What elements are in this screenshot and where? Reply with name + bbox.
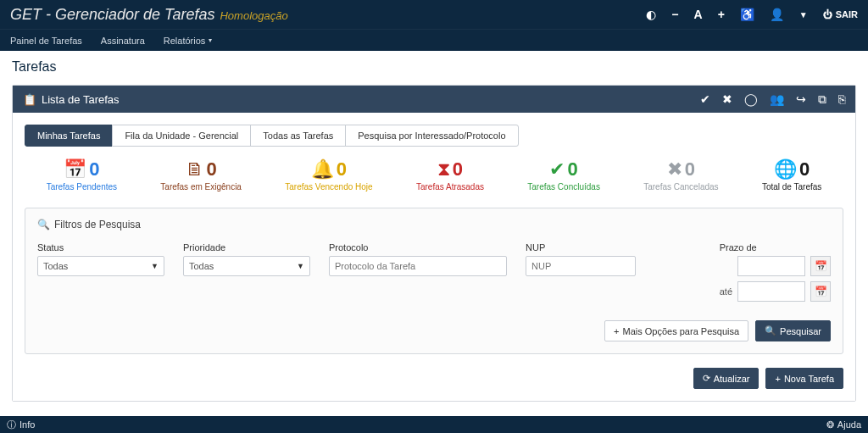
stat-concluidas-count: 0 [567, 158, 577, 180]
prioridade-label: Prioridade [183, 242, 310, 253]
prioridade-select[interactable]: Todas ▼ [183, 256, 310, 276]
stat-canceladas[interactable]: ✖0 Tarefas Canceladas [643, 158, 718, 192]
tab-pesquisa[interactable]: Pesquisa por Interessado/Protocolo [345, 125, 518, 147]
nav-painel-label: Painel de Tarefas [10, 36, 82, 46]
nav-assinatura[interactable]: Assinatura [101, 36, 145, 46]
nup-input[interactable] [526, 256, 636, 276]
chevron-down-icon: ▾ [209, 36, 212, 44]
panel-header: 📋 Lista de Tarefas ✔ ✖ ◯ 👥 ↪ ⧉ ⎘ [13, 86, 855, 113]
list-icon: 📋 [23, 93, 36, 106]
status-select[interactable]: Todas ▼ [37, 256, 164, 276]
stat-canceladas-count: 0 [685, 158, 695, 180]
pesquisar-label: Pesquisar [780, 326, 821, 336]
status-value: Todas [43, 261, 68, 271]
refresh-icon: ⟳ [703, 373, 710, 384]
ajuda-label: Ajuda [837, 419, 861, 430]
navbar: Painel de Tarefas Assinatura Relatórios … [0, 29, 868, 51]
file-icon: 🗎 [186, 158, 204, 180]
stat-total-label: Total de Tarefas [762, 182, 821, 192]
tab-todas-tarefas[interactable]: Todas as Tarefas [250, 125, 346, 147]
stat-atrasadas[interactable]: ⧗0 Tarefas Atrasadas [416, 158, 484, 192]
stat-vencendo[interactable]: 🔔0 Tarefas Vencendo Hoje [285, 158, 372, 192]
filters-panel: 🔍 Filtros de Pesquisa Status Todas ▼ Pri… [25, 208, 843, 354]
prazo-ate-calendar-button[interactable]: 📅 [810, 281, 831, 302]
task-list-panel: 📋 Lista de Tarefas ✔ ✖ ◯ 👥 ↪ ⧉ ⎘ Minhas … [12, 85, 856, 402]
nav-relatorios[interactable]: Relatórios ▾ [164, 36, 213, 46]
stat-total-count: 0 [799, 158, 810, 180]
search-small-icon: 🔍 [37, 219, 50, 230]
stats-row: 📅0 Tarefas Pendentes 🗎0 Tarefas em Exigê… [25, 158, 843, 192]
search-icon: 🔍 [765, 325, 776, 336]
font-decrease-icon[interactable]: − [671, 8, 678, 21]
prazo-ate-input[interactable] [737, 281, 805, 302]
nav-relatorios-label: Relatórios [164, 36, 206, 46]
calendar-icon: 📅 [815, 286, 827, 297]
panel-header-title: Lista de Tarefas [42, 93, 120, 106]
help-icon: ❂ [826, 419, 834, 430]
nav-painel-tarefas[interactable]: Painel de Tarefas [10, 36, 82, 46]
tab-minhas-label: Minhas Tarefas [37, 130, 100, 141]
task-view-tabs: Minhas Tarefas Fila da Unidade - Gerenci… [25, 125, 843, 147]
info-link[interactable]: ⓘ Info [7, 419, 35, 431]
stat-exigencia-count: 0 [207, 158, 217, 180]
stat-canceladas-label: Tarefas Canceladas [643, 182, 718, 192]
info-icon: ⓘ [7, 419, 16, 431]
stat-vencendo-count: 0 [337, 158, 347, 180]
logout-label: SAIR [836, 9, 858, 19]
x-bold-icon: ✖ [667, 158, 682, 180]
logout-button[interactable]: ⏻ SAIR [823, 9, 858, 19]
stat-atrasadas-count: 0 [453, 158, 463, 180]
tab-fila-unidade[interactable]: Fila da Unidade - Gerencial [112, 125, 251, 147]
user-menu-caret-icon[interactable]: ▼ [799, 10, 808, 19]
nup-label: NUP [526, 242, 636, 253]
mais-opcoes-button[interactable]: + Mais Opções para Pesquisa [604, 320, 748, 341]
calendar-icon: 📅 [64, 158, 86, 180]
calendar-icon: 📅 [815, 260, 827, 272]
check-icon[interactable]: ✔ [700, 92, 710, 107]
font-increase-icon[interactable]: + [718, 8, 725, 21]
atualizar-label: Atualizar [714, 374, 750, 384]
filters-title-text: Filtros de Pesquisa [54, 219, 141, 230]
stat-total[interactable]: 🌐0 Total de Tarefas [762, 158, 821, 192]
stat-exigencia[interactable]: 🗎0 Tarefas em Exigência [160, 158, 242, 192]
copy-icon[interactable]: ⧉ [818, 92, 826, 107]
hourglass-icon: ⧗ [437, 158, 450, 180]
logout-icon: ⏻ [823, 9, 832, 19]
nova-tarefa-button[interactable]: + Nova Tarefa [765, 368, 843, 389]
globe-icon: 🌐 [774, 158, 797, 180]
pesquisar-button[interactable]: 🔍 Pesquisar [755, 320, 831, 341]
stat-concluidas[interactable]: ✔0 Tarefas Concluídas [527, 158, 600, 192]
info-label: Info [19, 419, 35, 430]
tab-fila-label: Fila da Unidade - Gerencial [125, 130, 238, 141]
prazo-de-input[interactable] [737, 256, 805, 276]
app-env-badge: Homologação [220, 9, 287, 22]
status-label: Status [37, 242, 164, 253]
stat-pendentes[interactable]: 📅0 Tarefas Pendentes [47, 158, 117, 192]
comment-icon[interactable]: ◯ [744, 92, 758, 107]
stat-pendentes-label: Tarefas Pendentes [47, 182, 117, 192]
accessibility-icon[interactable]: ♿ [740, 8, 754, 21]
users-icon[interactable]: 👥 [770, 92, 784, 107]
close-icon[interactable]: ✖ [722, 92, 732, 107]
nav-assinatura-label: Assinatura [101, 36, 145, 46]
prazo-de-calendar-button[interactable]: 📅 [810, 256, 831, 276]
atualizar-button[interactable]: ⟳ Atualizar [693, 368, 760, 389]
tab-pesquisa-label: Pesquisa por Interessado/Protocolo [358, 130, 505, 141]
app-title: GET - Gerenciador de Tarefas [10, 6, 214, 24]
tab-minhas-tarefas[interactable]: Minhas Tarefas [25, 125, 113, 147]
plus-icon: + [775, 374, 780, 384]
chevron-down-icon: ▼ [151, 262, 159, 270]
bottombar: ⓘ Info ❂ Ajuda [0, 416, 868, 433]
filters-title: 🔍 Filtros de Pesquisa [37, 219, 831, 230]
user-icon[interactable]: 👤 [770, 8, 784, 21]
prazo-label: Prazo de [720, 242, 831, 253]
pdf-icon[interactable]: ⎘ [838, 92, 845, 107]
stat-exigencia-label: Tarefas em Exigência [160, 182, 242, 192]
protocolo-label: Protocolo [329, 242, 507, 253]
tab-todas-label: Todas as Tarefas [263, 130, 333, 141]
font-reset-icon[interactable]: A [694, 8, 703, 21]
contrast-icon[interactable]: ◐ [646, 8, 656, 21]
forward-icon[interactable]: ↪ [796, 92, 806, 107]
protocolo-input[interactable] [329, 256, 507, 276]
ajuda-link[interactable]: ❂ Ajuda [826, 419, 861, 430]
